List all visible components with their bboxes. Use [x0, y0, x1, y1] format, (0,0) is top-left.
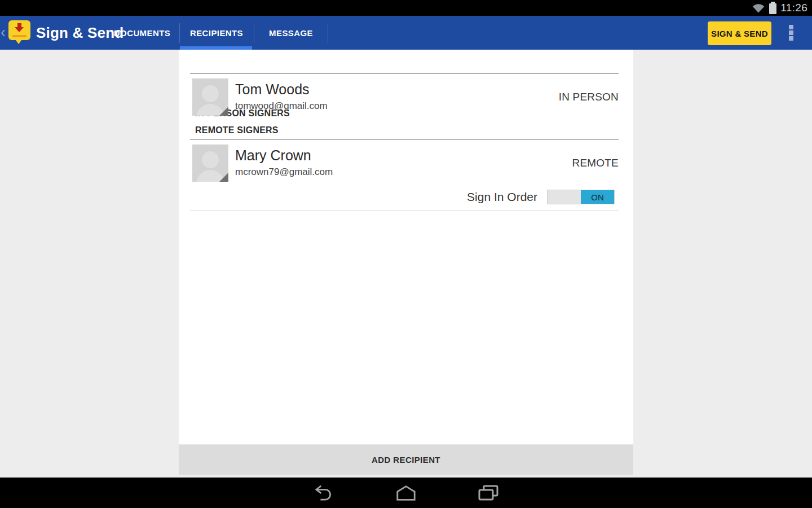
tab-documents-label: DOCUMENTS	[114, 28, 170, 38]
nav-back-button[interactable]	[313, 484, 334, 502]
overflow-dot	[789, 30, 793, 35]
home-icon	[395, 484, 417, 501]
signer-row-mary-crown[interactable]: Mary Crown mcrown79@gmail.com REMOTE	[179, 143, 633, 183]
sign-and-send-button[interactable]: SIGN & SEND	[708, 21, 771, 45]
divider	[190, 211, 619, 211]
tab-divider	[179, 23, 180, 43]
sign-in-order-row: Sign In Order ON	[467, 189, 615, 205]
signer-email: mcrown79@gmail.com	[235, 167, 333, 178]
tab-divider	[254, 23, 254, 43]
toggle-track-off	[548, 190, 581, 204]
overflow-dot	[789, 36, 793, 41]
battery-icon	[769, 3, 776, 14]
section-rule	[190, 139, 619, 140]
tab-divider	[328, 23, 328, 43]
avatar	[192, 144, 228, 182]
back-chevron-icon[interactable]: ‹	[1, 24, 6, 41]
signer-role-badge: REMOTE	[572, 144, 619, 182]
add-recipient-button[interactable]: ADD RECIPIENT	[179, 444, 633, 475]
app-screen: 11:26 ‹ Sign & Send DOCUMENTS RECIPIENTS…	[0, 0, 812, 508]
signer-name: Mary Crown	[235, 147, 311, 164]
download-arrow-head	[15, 27, 24, 32]
signer-role-badge: IN PERSON	[559, 78, 619, 116]
avatar-fold-corner	[219, 107, 228, 116]
nav-home-button[interactable]	[395, 484, 417, 502]
nav-recents-button[interactable]	[478, 484, 499, 502]
status-bar: 11:26	[0, 0, 812, 16]
tab-strip: DOCUMENTS RECIPIENTS MESSAGE	[105, 16, 328, 50]
sign-in-order-label: Sign In Order	[467, 190, 537, 204]
action-bar: ‹ Sign & Send DOCUMENTS RECIPIENTS MESSA…	[0, 16, 812, 50]
overflow-menu-icon[interactable]	[786, 24, 796, 42]
section-rule	[190, 73, 619, 74]
tab-recipients[interactable]: RECIPIENTS	[179, 16, 254, 50]
download-tray-bar	[12, 35, 27, 37]
avatar-fold-corner	[219, 173, 228, 182]
recents-icon	[478, 484, 499, 501]
signer-row-tom-woods[interactable]: Tom Woods tomwood@gmail.com IN PERSON	[179, 77, 633, 117]
overflow-dot	[789, 25, 793, 29]
tab-message-label: MESSAGE	[269, 28, 313, 38]
recipients-panel: IN PERSON SIGNERS Tom Woods tomwood@gmai…	[179, 50, 633, 444]
back-icon	[314, 484, 333, 501]
section-header-remote: REMOTE SIGNERS	[195, 125, 279, 135]
tab-recipients-label: RECIPIENTS	[190, 28, 243, 38]
toggle-thumb-on: ON	[581, 190, 614, 204]
signer-name: Tom Woods	[235, 81, 310, 98]
signer-email: tomwood@gmail.com	[235, 100, 328, 112]
app-logo-icon[interactable]	[8, 20, 30, 40]
status-clock: 11:26	[780, 2, 807, 14]
sign-in-order-toggle[interactable]: ON	[547, 190, 615, 204]
avatar	[192, 78, 228, 116]
system-nav-bar	[0, 478, 812, 508]
tab-documents[interactable]: DOCUMENTS	[105, 16, 179, 50]
wifi-icon	[752, 2, 765, 14]
tab-message[interactable]: MESSAGE	[254, 16, 328, 50]
